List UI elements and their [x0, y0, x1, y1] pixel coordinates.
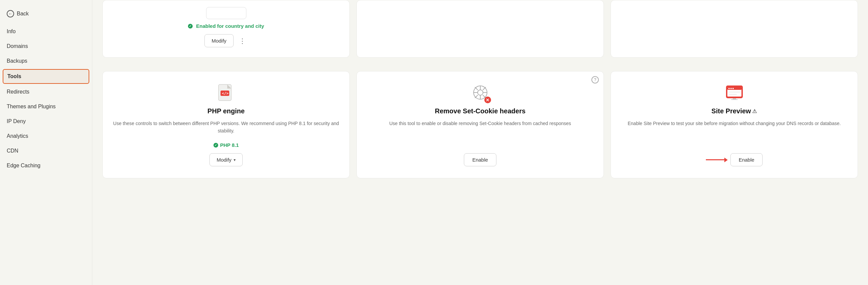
top-card-2: [356, 0, 604, 58]
svg-point-17: [731, 88, 732, 89]
sidebar-item-backups-label: Backups: [7, 58, 27, 64]
top-partial-row: Enabled for country and city Modify ⋮: [102, 0, 858, 58]
svg-rect-20: [729, 94, 737, 95]
remove-cookie-title: Remove Set-Cookie headers: [435, 107, 525, 115]
back-label: Back: [17, 11, 29, 17]
sidebar-item-domains[interactable]: Domains: [0, 39, 92, 54]
sidebar-item-analytics[interactable]: Analytics: [0, 129, 92, 143]
site-preview-icon: [725, 83, 744, 102]
back-arrow-icon: ←: [7, 10, 14, 17]
site-preview-warning-icon: ⚠: [752, 108, 757, 114]
enabled-status-dot: [188, 24, 193, 29]
site-preview-title: Site Preview: [712, 107, 751, 115]
arrow-head: [724, 157, 728, 162]
enabled-for-country-city-text: Enabled for country and city: [196, 23, 264, 29]
sidebar-item-cdn-label: CDN: [7, 148, 19, 153]
php-engine-modify-button[interactable]: Modify ▾: [210, 153, 242, 166]
php-version-label: PHP 8.1: [220, 142, 239, 148]
sidebar-item-themes-plugins[interactable]: Themes and Plugins: [0, 99, 92, 114]
sidebar-item-tools-label: Tools: [7, 73, 21, 79]
top-card-1-modify-label: Modify: [212, 38, 226, 44]
sidebar-item-tools[interactable]: Tools: [3, 69, 89, 84]
svg-point-4: [477, 90, 483, 95]
svg-rect-19: [729, 92, 740, 93]
sidebar-item-edge-caching-label: Edge Caching: [7, 163, 41, 168]
tools-cards-grid: </> PHP engine Use these controls to swi…: [102, 64, 858, 178]
php-engine-description: Use these controls to switch between dif…: [113, 120, 339, 136]
sidebar-item-ip-deny[interactable]: IP Deny: [0, 114, 92, 129]
remove-cookie-icon: ✕: [471, 83, 490, 102]
sidebar-item-ip-deny-label: IP Deny: [7, 118, 26, 124]
php-status-dot: [214, 143, 218, 147]
back-button[interactable]: ← Back: [0, 7, 92, 24]
sidebar-item-info-label: Info: [7, 29, 16, 34]
remove-cookie-card: ? ✕ Remove Set-Cookie headers: [356, 71, 604, 178]
red-arrow-icon: [706, 157, 728, 162]
php-engine-status: PHP 8.1: [214, 142, 239, 148]
top-card-1: Enabled for country and city Modify ⋮: [102, 0, 350, 58]
sidebar-item-domains-label: Domains: [7, 43, 28, 49]
site-preview-enable-row: Enable: [706, 153, 763, 166]
top-card-1-more-options[interactable]: ⋮: [237, 36, 248, 46]
site-preview-svg-icon: [725, 85, 743, 100]
site-preview-title-area: Site Preview ⚠: [712, 107, 757, 115]
svg-point-18: [733, 88, 734, 89]
svg-text:</>: </>: [222, 91, 228, 96]
sidebar-item-edge-caching[interactable]: Edge Caching: [0, 158, 92, 173]
sidebar-item-redirects[interactable]: Redirects: [0, 84, 92, 99]
svg-point-16: [728, 88, 730, 89]
php-engine-title: PHP engine: [208, 107, 245, 115]
remove-cookie-description: Use this tool to enable or disable remov…: [390, 120, 571, 146]
sidebar-item-info[interactable]: Info: [0, 24, 92, 39]
arrow-line: [706, 159, 724, 160]
php-engine-modify-label: Modify: [217, 157, 231, 163]
site-preview-card: Site Preview ⚠ Enable Site Preview to te…: [611, 71, 858, 178]
site-preview-enable-button[interactable]: Enable: [731, 153, 763, 166]
svg-rect-22: [731, 99, 738, 100]
php-engine-caret-icon: ▾: [234, 157, 236, 162]
sidebar: ← Back Info Domains Backups Tools Redire…: [0, 0, 92, 285]
sidebar-item-themes-plugins-label: Themes and Plugins: [7, 104, 56, 109]
remove-cookie-enable-button[interactable]: Enable: [464, 153, 496, 166]
sidebar-item-analytics-label: Analytics: [7, 133, 28, 139]
top-card-3: [611, 0, 858, 58]
top-card-1-actions: Modify ⋮: [205, 34, 247, 47]
sidebar-item-cdn[interactable]: CDN: [0, 143, 92, 158]
php-engine-icon: </>: [217, 83, 236, 102]
remove-cookie-enable-label: Enable: [472, 157, 488, 163]
sidebar-item-redirects-label: Redirects: [7, 89, 30, 95]
top-card-1-status: Enabled for country and city: [188, 23, 264, 29]
sidebar-item-backups[interactable]: Backups: [0, 54, 92, 68]
php-engine-card: </> PHP engine Use these controls to swi…: [102, 71, 350, 178]
site-preview-description: Enable Site Preview to test your site be…: [628, 120, 841, 146]
site-preview-enable-label: Enable: [739, 157, 754, 163]
cookie-error-badge: ✕: [484, 97, 491, 103]
php-file-svg-icon: </>: [217, 83, 235, 102]
question-mark-icon[interactable]: ?: [591, 76, 599, 83]
top-card-1-modify-button[interactable]: Modify: [205, 34, 233, 47]
main-content: Enabled for country and city Modify ⋮: [92, 0, 868, 285]
